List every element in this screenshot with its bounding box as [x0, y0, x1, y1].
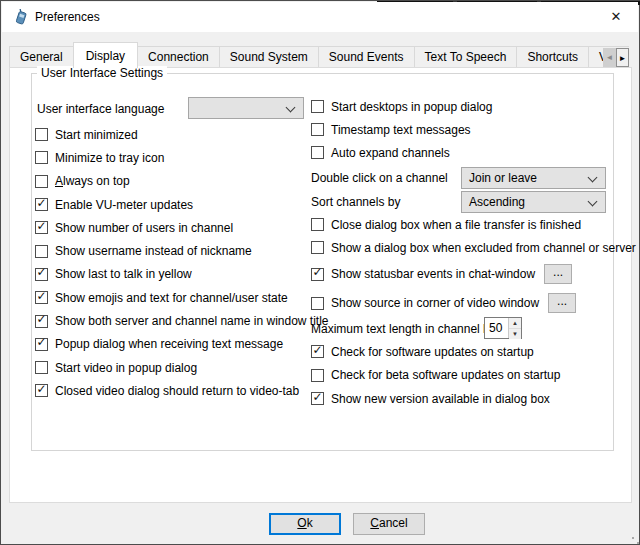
checkbox-icon[interactable]: [35, 315, 48, 328]
window-title: Preferences: [35, 2, 100, 32]
checkbox-start-minimized[interactable]: Start minimized: [35, 123, 305, 146]
checkbox-start-desktops-popup[interactable]: Start desktops in popup dialog: [311, 95, 621, 118]
checkbox-label: Check for beta software updates on start…: [331, 368, 560, 382]
checkbox-label: Always on top: [55, 174, 130, 188]
sort-channels-value: Ascending: [469, 195, 525, 209]
checkbox-label: Show new version available in dialog box: [331, 392, 550, 406]
checkbox-icon[interactable]: [35, 268, 48, 281]
preferences-dialog: Preferences ✕ General Display Connection…: [0, 0, 640, 545]
tab-text-to-speech[interactable]: Text To Speech: [414, 46, 518, 68]
checkbox-icon[interactable]: [311, 123, 324, 136]
spin-up-icon[interactable]: ▲: [509, 318, 521, 329]
checkbox-label: Close dialog box when a file transfer is…: [331, 218, 581, 232]
checkbox-label: Check for software updates on startup: [331, 345, 534, 359]
checkbox-vu-meter-updates[interactable]: Enable VU-meter updates: [35, 193, 305, 216]
checkbox-close-on-transfer-finished[interactable]: Close dialog box when a file transfer is…: [311, 213, 631, 236]
double-click-combobox[interactable]: Join or leave: [461, 167, 606, 189]
checkbox-label: Show statusbar events in chat-window: [331, 267, 535, 281]
statusbar-events-browse-button[interactable]: ...: [544, 264, 572, 284]
checkbox-label: Enable VU-meter updates: [55, 198, 193, 212]
checkbox-icon[interactable]: [311, 369, 324, 382]
resize-grip[interactable]: [632, 537, 634, 539]
checkbox-last-to-talk[interactable]: Show last to talk in yellow: [35, 263, 305, 286]
checkbox-label: Show username instead of nickname: [55, 244, 252, 258]
checkbox-label: Start desktops in popup dialog: [331, 100, 492, 114]
checkbox-always-on-top[interactable]: Always on top: [35, 170, 305, 193]
checkbox-label: Popup dialog when receiving text message: [55, 337, 283, 351]
tab-scroll-right-icon[interactable]: ►: [616, 48, 629, 67]
group-title: User Interface Settings: [37, 66, 167, 80]
checkbox-icon[interactable]: [35, 198, 48, 211]
right-options-bottom: Check for software updates on startup Ch…: [311, 340, 621, 411]
checkbox-show-user-count[interactable]: Show number of users in channel: [35, 216, 305, 239]
spin-down-icon[interactable]: ▼: [509, 329, 521, 339]
sort-channels-combobox[interactable]: Ascending: [461, 191, 606, 213]
checkbox-icon[interactable]: [35, 361, 48, 374]
checkbox-auto-expand-channels[interactable]: Auto expand channels: [311, 141, 621, 164]
ok-button[interactable]: Ok: [269, 513, 341, 535]
cancel-button[interactable]: Cancel: [353, 513, 425, 535]
tab-scroll-left-icon[interactable]: ◄: [603, 48, 616, 67]
checkbox-closed-video-return[interactable]: Closed video dialog should return to vid…: [35, 379, 305, 402]
max-text-length-label: Maximum text length in channel list: [311, 322, 498, 336]
checkbox-label: Show a dialog box when excluded from cha…: [331, 241, 636, 255]
checkbox-label: Show emojis and text for channel/user st…: [55, 291, 288, 305]
checkbox-icon[interactable]: [35, 221, 48, 234]
checkbox-minimize-to-tray[interactable]: Minimize to tray icon: [35, 146, 305, 169]
checkbox-icon[interactable]: [311, 146, 324, 159]
teamtalk-walkie-talkie-icon: [13, 9, 29, 25]
checkbox-label: Start video in popup dialog: [55, 361, 197, 375]
checkbox-timestamp-messages[interactable]: Timestamp text messages: [311, 118, 621, 141]
tab-display[interactable]: Display: [73, 42, 138, 68]
checkbox-icon[interactable]: [35, 384, 48, 397]
checkbox-label: Show number of users in channel: [55, 221, 233, 235]
language-combobox[interactable]: [188, 97, 304, 119]
checkbox-label: Start minimized: [55, 128, 138, 142]
checkbox-icon[interactable]: [311, 345, 324, 358]
checkbox-icon[interactable]: [311, 218, 324, 231]
checkbox-label: Show last to talk in yellow: [55, 267, 192, 281]
checkbox-video-popup[interactable]: Start video in popup dialog: [35, 356, 305, 379]
checkbox-show-emojis[interactable]: Show emojis and text for channel/user st…: [35, 286, 305, 309]
tab-general[interactable]: General: [9, 46, 74, 68]
checkbox-icon[interactable]: [35, 151, 48, 164]
max-text-length-value[interactable]: 50: [485, 318, 508, 338]
tab-sound-events[interactable]: Sound Events: [318, 46, 415, 68]
checkbox-label: Timestamp text messages: [331, 123, 471, 137]
checkbox-video-source-corner[interactable]: Show source in corner of video window ..…: [311, 292, 576, 314]
tab-shortcuts[interactable]: Shortcuts: [516, 46, 589, 68]
checkbox-icon[interactable]: [311, 100, 324, 113]
checkbox-icon[interactable]: [35, 175, 48, 188]
max-text-length-spinner[interactable]: 50 ▲ ▼: [484, 317, 522, 339]
checkbox-icon[interactable]: [35, 291, 48, 304]
checkbox-icon[interactable]: [311, 392, 324, 405]
checkbox-show-username[interactable]: Show username instead of nickname: [35, 239, 305, 262]
left-options-column: Start minimized Minimize to tray icon Al…: [35, 123, 305, 403]
language-label: User interface language: [37, 102, 164, 116]
checkbox-server-channel-title[interactable]: Show both server and channel name in win…: [35, 309, 305, 332]
checkbox-icon[interactable]: [311, 268, 324, 281]
checkbox-label: Show both server and channel name in win…: [55, 314, 329, 328]
tab-bar: General Display Connection Sound System …: [9, 42, 629, 68]
double-click-label: Double click on a channel: [311, 171, 448, 185]
video-source-browse-button[interactable]: ...: [548, 293, 576, 313]
checkbox-icon[interactable]: [35, 338, 48, 351]
close-icon[interactable]: ✕: [600, 3, 632, 31]
titlebar[interactable]: Preferences ✕: [2, 2, 638, 32]
checkbox-label: Closed video dialog should return to vid…: [55, 384, 299, 398]
checkbox-icon[interactable]: [311, 241, 324, 254]
checkbox-dialog-when-excluded[interactable]: Show a dialog box when excluded from cha…: [311, 236, 631, 259]
checkbox-icon[interactable]: [311, 297, 324, 310]
checkbox-check-beta-updates[interactable]: Check for beta software updates on start…: [311, 364, 621, 388]
checkbox-icon[interactable]: [35, 245, 48, 258]
checkbox-label: Show source in corner of video window: [331, 296, 539, 310]
checkbox-icon[interactable]: [35, 128, 48, 141]
tab-sound-system[interactable]: Sound System: [219, 46, 319, 68]
checkbox-label: Minimize to tray icon: [55, 151, 164, 165]
checkbox-check-updates[interactable]: Check for software updates on startup: [311, 340, 621, 364]
tab-connection[interactable]: Connection: [137, 46, 220, 68]
checkbox-new-version-dialog[interactable]: Show new version available in dialog box: [311, 387, 621, 411]
checkbox-statusbar-events[interactable]: Show statusbar events in chat-window ...: [311, 263, 572, 285]
sort-channels-label: Sort channels by: [311, 195, 400, 209]
checkbox-popup-text-message[interactable]: Popup dialog when receiving text message: [35, 333, 305, 356]
